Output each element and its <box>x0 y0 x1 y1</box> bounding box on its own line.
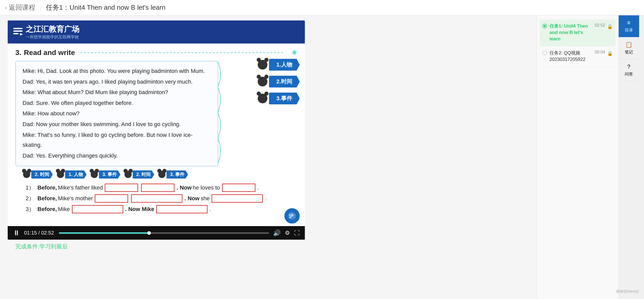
logo-sub-text: 一所想学就能学的互联网学校 <box>26 35 79 40</box>
user-avatar: 昵称@tintntq2 <box>616 289 639 294</box>
tag-text-4: 2. 时间 <box>133 170 154 179</box>
dialogue-line-3: Mike: What about Mum? Did Mum like playi… <box>23 87 211 97</box>
lock-icon-2: 🔒 <box>607 51 613 56</box>
current-time: 01:15 <box>24 230 37 236</box>
blank-1-2[interactable] <box>141 184 174 192</box>
dialogue-line-4: Dad: Sure. We often played together befo… <box>23 98 211 108</box>
now-2: . Now <box>184 195 200 202</box>
lock-icon-1: 🔒 <box>607 24 613 29</box>
label-tag-3: 3. 事件 <box>91 170 120 179</box>
fill-num-3: 3） <box>26 205 34 213</box>
subject-1: Mike's father liked <box>58 184 103 191</box>
end-3: . <box>210 206 211 213</box>
blank-1-3[interactable] <box>222 184 255 192</box>
section-title-text: Read and write <box>24 49 75 57</box>
dialogue-line-7: Mike: That's so funny. I liked to go cyc… <box>23 130 211 150</box>
task-info-2: 任务2: QQ视频20230317205922 00:04 🔒 <box>549 50 613 63</box>
bottom-logo: 沪 <box>284 208 300 224</box>
after-subject-1: he loves to <box>193 184 220 191</box>
menu-icon: ≡ <box>627 19 630 26</box>
video-controls: ⏸ 01:15 / 02:52 🔊 ⚙ ⛶ <box>8 226 305 240</box>
volume-icon[interactable]: 🔊 <box>273 229 281 237</box>
toolbar-notes-button[interactable]: 📋 笔记 <box>619 37 639 59</box>
now-1: . Now <box>176 184 192 191</box>
badge-item-3: 3.事件 <box>258 93 300 104</box>
blank-1-1[interactable] <box>105 184 138 192</box>
logo-text: 之江汇教育广场 一所想学就能学的互联网学校 <box>26 24 79 40</box>
tag-text-1: 2. 时间 <box>31 170 53 179</box>
dialogue-line-8: Dad: Yes. Everything changes quickly. <box>23 151 211 161</box>
main-area: 之江汇教育广场 一所想学就能学的互联网学校 3. Read and write … <box>0 15 644 299</box>
logo-bar: 之江汇教育广场 一所想学就能学的互联网学校 <box>8 20 305 43</box>
blank-2-2[interactable] <box>131 194 182 203</box>
progress-fill <box>59 232 149 234</box>
mickey-icon-3 <box>258 94 267 103</box>
content-left: 之江汇教育广场 一所想学就能学的互联网学校 3. Read and write … <box>0 15 536 299</box>
task-name-2: 任务2: QQ视频20230317205922 <box>549 50 593 63</box>
notes-label: 笔记 <box>625 50 633 55</box>
fullscreen-icon[interactable]: ⛶ <box>294 230 300 236</box>
total-time: 02:52 <box>41 230 54 236</box>
badge-label-2: 2.时间 <box>269 76 300 87</box>
snowflake-icon: ✳ <box>292 49 297 57</box>
qa-icon: ? <box>627 63 630 70</box>
svg-marker-3 <box>20 33 23 36</box>
divider <box>40 4 41 12</box>
blank-3-2[interactable] <box>156 205 207 213</box>
task-item-1[interactable]: 任务1: Unit4 Then and now B let's learn 02… <box>540 19 615 46</box>
video-container: 之江汇教育广场 一所想学就能学的互联网学校 3. Read and write … <box>8 20 305 240</box>
end-2: . <box>265 195 266 202</box>
mickey-icon-1 <box>258 60 267 70</box>
toolbar-qa-button[interactable]: ? 问答 <box>619 59 639 81</box>
video-screen: 之江汇教育广场 一所想学就能学的互联网学校 3. Read and write … <box>8 20 305 226</box>
tag-text-2: 1. 人物 <box>65 170 87 179</box>
blank-2-3[interactable] <box>212 194 263 203</box>
fill-num-2: 2） <box>26 195 34 202</box>
right-panel: 任务1: Unit4 Then and now B let's learn 02… <box>536 15 644 299</box>
time-display: 01:15 / 02:52 <box>24 230 55 236</box>
subject-2: Mike's mother <box>58 195 93 202</box>
task-row-1: 任务1: Unit4 Then and now B let's learn 02… <box>549 23 613 42</box>
task-circle-1 <box>542 24 547 28</box>
task-item-2[interactable]: 任务2: QQ视频20230317205922 00:04 🔒 <box>540 46 615 67</box>
progress-bar[interactable] <box>59 232 269 234</box>
back-button[interactable]: ‹ 返回课程 <box>5 3 35 12</box>
time-separator: / <box>38 230 41 236</box>
menu-label: 目录 <box>625 28 633 33</box>
task-title: 任务1：Unit4 Then and now B let's learn <box>46 3 165 12</box>
settings-icon[interactable]: ⚙ <box>285 230 290 236</box>
fill-num-1: 1） <box>26 184 34 192</box>
qa-label: 问答 <box>625 72 633 77</box>
svg-text:沪: 沪 <box>289 213 294 219</box>
before-text-3: Before, <box>37 206 57 213</box>
lesson-content: 3. Read and write ✳ Mike: Hi, Dad. Look … <box>8 43 305 226</box>
play-pause-button[interactable]: ⏸ <box>13 229 20 237</box>
blank-2-1[interactable] <box>95 194 128 203</box>
notes-icon: 📋 <box>625 41 632 48</box>
subject-3: Mike <box>58 206 70 213</box>
task-sidebar: 任务1: Unit4 Then and now B let's learn 02… <box>536 15 618 299</box>
toolbar-menu-button[interactable]: ≡ 目录 <box>619 15 639 37</box>
back-label[interactable]: 返回课程 <box>9 3 35 12</box>
task-row-2: 任务2: QQ视频20230317205922 00:04 🔒 <box>549 50 613 63</box>
tag-text-3: 3. 事件 <box>99 170 120 179</box>
back-arrow-icon: ‹ <box>5 4 7 11</box>
task-info-1: 任务1: Unit4 Then and now B let's learn 02… <box>549 23 613 42</box>
top-bar: ‹ 返回课程 任务1：Unit4 Then and now B let's le… <box>0 0 644 15</box>
svg-rect-0 <box>13 28 23 29</box>
dialogue-line-5: Mike: How about now? <box>23 108 211 119</box>
dialogue-box: Mike: Hi, Dad. Look at this photo. You w… <box>15 61 218 166</box>
mickey-tag-icon-2 <box>57 171 64 178</box>
title-line <box>80 52 284 53</box>
badge-item-2: 2.时间 <box>258 76 300 87</box>
blank-3-1[interactable] <box>72 205 123 213</box>
mickey-icon-2 <box>258 77 267 86</box>
label-tag-1: 2. 时间 <box>23 170 53 179</box>
fill-row-1: 1） Before, Mike's father liked . Now he … <box>23 184 289 192</box>
badge-panel: 1.人物 2.时间 3.事件 <box>258 59 300 104</box>
mickey-tag-icon-4 <box>124 171 132 178</box>
task-circle-2 <box>542 51 547 55</box>
end-1: . <box>257 184 259 191</box>
dialogue-line-1: Mike: Hi, Dad. Look at this photo. You w… <box>23 66 211 76</box>
dialogue-line-2: Dad: Yes, it was ten years ago. I liked … <box>23 77 211 87</box>
